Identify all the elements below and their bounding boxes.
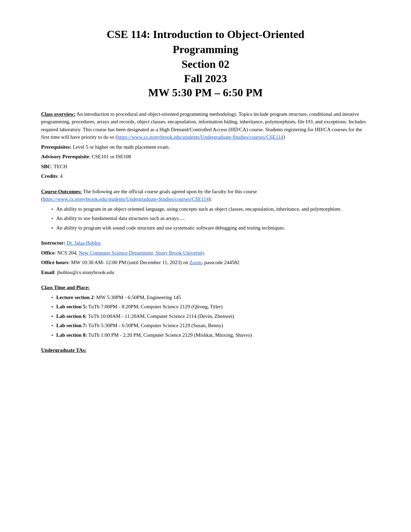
sbc-label: SBC bbox=[41, 164, 51, 169]
instructor-section: Instructor: Dr. Jalaa Hoblos Office: NCS… bbox=[41, 239, 370, 276]
page-header: CSE 114: Introduction to Object-Oriented… bbox=[41, 27, 370, 100]
class-time-heading: Class Time and Place: bbox=[41, 284, 370, 292]
course-outcomes-link[interactable]: https://www.cs.stonybrook.edu/students/U… bbox=[43, 196, 209, 202]
email-label: Email bbox=[41, 270, 54, 275]
instructor-name-link[interactable]: Dr. Jalaa Hoblos bbox=[67, 240, 101, 246]
office-label: Office bbox=[41, 250, 54, 256]
credits-text: : 4 bbox=[57, 173, 62, 179]
course-title-line2: Programming bbox=[41, 42, 370, 57]
lecture-section: Lecture section 2: MW 5:30PM - 6:50PM, E… bbox=[56, 294, 181, 301]
prerequisites-paragraph: Prerequisites: Level 5 or higher on the … bbox=[41, 143, 370, 151]
list-item: Lab section 6: TuTh 10:00AM - 11:20AM, C… bbox=[51, 312, 370, 320]
office-hours-text: : MW 10:30 AM- 12:00 PM (until December … bbox=[68, 260, 189, 265]
advisory-label: Advisory Prerequisite bbox=[41, 154, 89, 159]
undergrad-tas-heading: Undergraduate TAs: bbox=[41, 346, 370, 354]
credits-paragraph: Credits: 4 bbox=[41, 172, 370, 180]
instructor-label: Instructor: bbox=[41, 240, 65, 246]
class-time-list: Lecture section 2: MW 5:30PM - 6:50PM, E… bbox=[51, 294, 370, 339]
list-item: An ability to program with sound code st… bbox=[51, 224, 370, 232]
course-title-line1: CSE 114: Introduction to Object-Oriented bbox=[41, 27, 370, 42]
undergrad-tas-label: Undergraduate TAs: bbox=[41, 347, 86, 353]
class-time-header: MW 5:30 PM – 6:50 PM bbox=[41, 86, 370, 100]
office-link[interactable]: New Computer Science Department, Stony B… bbox=[79, 250, 205, 256]
class-overview-label: Class overview: bbox=[41, 111, 75, 117]
outcome-3: An ability to program with sound code st… bbox=[56, 224, 285, 232]
course-outcomes-list: An ability to program in an object orien… bbox=[51, 205, 370, 232]
prerequisites-text: Level 5 or higher on the math placement … bbox=[73, 144, 170, 150]
list-item: An ability to program in an object orien… bbox=[51, 205, 370, 213]
outcome-2: An ability to use fundamental data struc… bbox=[56, 214, 185, 222]
section-number: Section 02 bbox=[41, 57, 370, 72]
class-time-section: Class Time and Place: Lecture section 2:… bbox=[41, 284, 370, 339]
prerequisites-label: Prerequisites: bbox=[41, 144, 72, 150]
list-item: Lecture section 2: MW 5:30PM - 6:50PM, E… bbox=[51, 294, 370, 301]
outcome-1: An ability to program in an object orien… bbox=[56, 205, 341, 213]
class-overview-section: Class overview: An introduction to proce… bbox=[41, 110, 370, 180]
sbc-text: : TECH bbox=[51, 164, 67, 169]
class-overview-paragraph: Class overview: An introduction to proce… bbox=[41, 110, 370, 141]
semester: Fall 2023 bbox=[41, 72, 370, 86]
lab-section-8: Lab section 8: TuTh 1:00 PM - 2:20 PM, C… bbox=[56, 331, 252, 339]
sbc-paragraph: SBC: TECH bbox=[41, 163, 370, 171]
email-paragraph: Email: jhoblos@cs.stonybrook.edu bbox=[41, 269, 370, 276]
class-time-label: Class Time and Place: bbox=[41, 285, 90, 290]
list-item: Lab section 8: TuTh 1:00 PM - 2:20 PM, C… bbox=[51, 331, 370, 339]
class-overview-link[interactable]: https://www.cs.stonybrook.edu/students/U… bbox=[117, 134, 283, 140]
course-outcomes-intro: Course Outcomes: The following are the o… bbox=[41, 188, 370, 203]
list-item: Lab section 5: TuTh 7:00PM - 8:20PM, Com… bbox=[51, 303, 370, 311]
list-item: An ability to use fundamental data struc… bbox=[51, 214, 370, 222]
office-hours-label: Office hours bbox=[41, 260, 68, 265]
lab-section-6: Lab section 6: TuTh 10:00AM - 11:20AM, C… bbox=[56, 312, 234, 320]
undergrad-tas-section: Undergraduate TAs: bbox=[41, 346, 370, 354]
office-hours-paragraph: Office hours: MW 10:30 AM- 12:00 PM (unt… bbox=[41, 259, 370, 267]
class-overview-text: An introduction to procedural and object… bbox=[41, 111, 366, 140]
office-paragraph: Office: NCS 204, New Computer Science De… bbox=[41, 249, 370, 257]
credits-label: Credits bbox=[41, 173, 57, 179]
course-outcomes-label: Course Outcomes: bbox=[41, 189, 82, 194]
office-text: : NCS 204, bbox=[54, 250, 79, 256]
advisory-paragraph: Advisory Prerequisite: CSE101 or ISE108 bbox=[41, 153, 370, 161]
zoom-passcode: , passcode 244582 bbox=[202, 260, 239, 265]
list-item: Lab section 7: TuTh 5:30PM - 6:50PM, Com… bbox=[51, 322, 370, 330]
lab-section-5: Lab section 5: TuTh 7:00PM - 8:20PM, Com… bbox=[56, 303, 223, 311]
email-text: : jhoblos@cs.stonybrook.edu bbox=[54, 270, 114, 275]
course-outcomes-section: Course Outcomes: The following are the o… bbox=[41, 188, 370, 232]
lab-section-7: Lab section 7: TuTh 5:30PM - 6:50PM, Com… bbox=[56, 322, 223, 330]
instructor-paragraph: Instructor: Dr. Jalaa Hoblos bbox=[41, 239, 370, 247]
advisory-text: : CSE101 or ISE108 bbox=[89, 154, 131, 159]
zoom-link[interactable]: Zoom bbox=[189, 260, 202, 265]
